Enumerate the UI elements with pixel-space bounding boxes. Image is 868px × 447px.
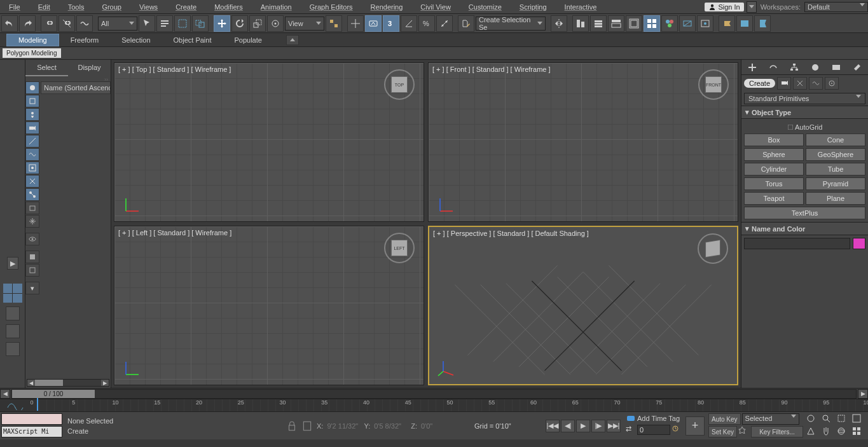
scene-scrollbar[interactable]: ◀▶ [27,379,109,387]
zoom-button[interactable] [822,414,836,425]
viewport-top[interactable]: [ + ] [ Top ] [ Standard ] [ Wireframe ]… [114,62,424,222]
scene-dock-handle[interactable]: ›› [25,76,111,81]
named-selection-combo[interactable]: Create Selection Se [476,17,546,31]
y-value[interactable]: 0'5 8/32" [374,422,407,430]
ribbon-freeform[interactable]: Freeform [59,34,111,46]
render-frame-button[interactable] [697,15,713,32]
cmd-hierarchy-tab[interactable] [783,60,804,74]
maximize-viewport-button[interactable] [852,427,866,438]
viewport-front-label[interactable]: [ + ] [ Front ] [ Standard ] [ Wireframe… [432,65,551,73]
undo-button[interactable] [1,15,18,32]
timeslider-prev[interactable]: ◀ [0,389,10,399]
key-filters-button[interactable]: Key Filters... [751,426,803,437]
scale-button[interactable] [249,15,266,32]
add-time-tag[interactable]: Add Time Tag [637,415,680,422]
object-name-input[interactable] [744,238,850,249]
zoom-extents-button[interactable] [852,414,866,425]
cmd-create-tab[interactable] [741,60,762,74]
filter-shapes-icon[interactable] [25,95,39,107]
create-category-combo[interactable]: Standard Primitives [744,93,865,104]
viewport-left[interactable]: [ + ] [ Left ] [ Standard ] [ Wireframe … [114,226,424,385]
key-mode-icon[interactable]: ⇄ [626,425,636,435]
time-tag-icon[interactable] [626,413,636,423]
scene-select-tab[interactable]: Select [25,60,68,76]
time-slider-handle[interactable]: 0 / 100 [12,390,95,398]
menu-customize[interactable]: Customize [460,1,511,13]
transform-typein-icon[interactable] [301,420,313,432]
snap-toggle[interactable]: 3 [383,15,399,32]
viewport-top-label[interactable]: [ + ] [ Top ] [ Standard ] [ Wireframe ] [118,65,231,73]
create-plane-button[interactable]: Plane [806,192,865,205]
menu-create[interactable]: Create [167,1,205,13]
viewport-perspective-label[interactable]: [ + ] [ Perspective ] [ Standard ] [ Def… [433,230,589,237]
align-button[interactable] [572,15,589,32]
spinner-snap-button[interactable] [436,15,453,32]
signin-button[interactable]: Sign In [705,3,743,11]
create-shapes-icon[interactable] [793,77,807,90]
ribbon-populate[interactable]: Populate [223,34,273,46]
scene-list[interactable]: Name (Sorted Ascending) [41,81,111,323]
render-setup-button[interactable] [679,15,696,32]
viewport-front[interactable]: [ + ] [ Front ] [ Standard ] [ Wireframe… [428,62,738,222]
window-crossing-button[interactable] [192,15,209,32]
object-type-rollout[interactable]: ▾Object Type [741,106,868,119]
create-pyramid-button[interactable]: Pyramid [806,177,865,190]
render-preview-button[interactable] [736,15,753,32]
filter-geometry-icon[interactable] [25,81,39,94]
layer-explorer-button[interactable] [590,15,607,32]
rect-select-button[interactable] [174,15,191,32]
create-teapot-button[interactable]: Teapot [744,192,804,205]
bind-spacewarp-button[interactable] [76,15,93,32]
orbit-button[interactable] [837,427,851,438]
selection-lock-icon[interactable] [286,420,298,432]
autokey-button[interactable]: Auto Key [708,413,741,425]
object-color-swatch[interactable] [853,238,865,249]
mini-curve-icon[interactable] [0,399,32,411]
edit-named-sel-button[interactable] [458,15,474,32]
display-none-icon[interactable] [25,264,39,277]
time-config-icon[interactable] [672,425,682,435]
create-cone-button[interactable]: Cone [806,134,865,146]
cmd-modify-tab[interactable] [762,60,783,74]
selection-filter-combo[interactable]: All [98,17,137,31]
schematic-view-button[interactable] [644,15,660,32]
time-ruler[interactable]: 0510152025303540455055606570758085909510… [32,399,868,411]
render-button[interactable] [719,15,735,32]
create-torus-button[interactable]: Torus [744,177,804,190]
move-button[interactable] [214,15,230,32]
viewport-layout-single[interactable] [6,306,20,320]
create-cylinder-button[interactable]: Cylinder [744,163,804,175]
time-slider-track[interactable]: 0 / 100 [11,389,857,399]
keyboard-shortcut-toggle[interactable] [365,15,382,32]
viewport-perspective[interactable]: [ + ] [ Perspective ] [ Standard ] [ Def… [428,226,738,385]
create-textplus-button[interactable]: TextPlus [744,207,865,219]
filter-spacewarps-icon[interactable] [25,148,39,161]
filter-bones-icon[interactable] [25,188,39,201]
play-button[interactable]: ▶ [576,420,590,432]
name-color-rollout[interactable]: ▾Name and Color [741,222,868,235]
filter-containers-icon[interactable] [25,202,39,214]
timeslider-next[interactable]: ▶ [858,389,868,399]
autogrid-checkbox[interactable]: ☐ AutoGrid [744,121,865,134]
ribbon-minimize-button[interactable] [286,35,299,45]
key-filters-icon[interactable] [738,426,750,437]
select-object-button[interactable] [139,15,155,32]
menu-tools[interactable]: Tools [59,1,93,13]
viewport-layout-alt2[interactable] [6,342,20,356]
display-all-icon[interactable] [25,251,39,263]
ribbon-modeling[interactable]: Modeling [6,34,59,46]
material-editor-button[interactable] [661,15,678,32]
goto-start-button[interactable]: |◀◀ [546,420,560,432]
ribbon-selection[interactable]: Selection [110,34,162,46]
create-pill[interactable]: Create [744,79,775,88]
pan-button[interactable] [822,427,836,438]
create-sphere-button[interactable]: Sphere [744,148,804,161]
create-box-button[interactable]: Box [744,134,804,146]
create-geosphere-button[interactable]: GeoSphere [806,148,865,161]
expand-icon[interactable]: ▾ [25,282,39,294]
unlink-button[interactable] [59,15,75,32]
mirror-button[interactable] [551,15,567,32]
ribbon-toggle-button[interactable] [608,15,624,32]
select-by-name-button[interactable] [156,15,173,32]
pivot-button[interactable] [326,15,342,32]
